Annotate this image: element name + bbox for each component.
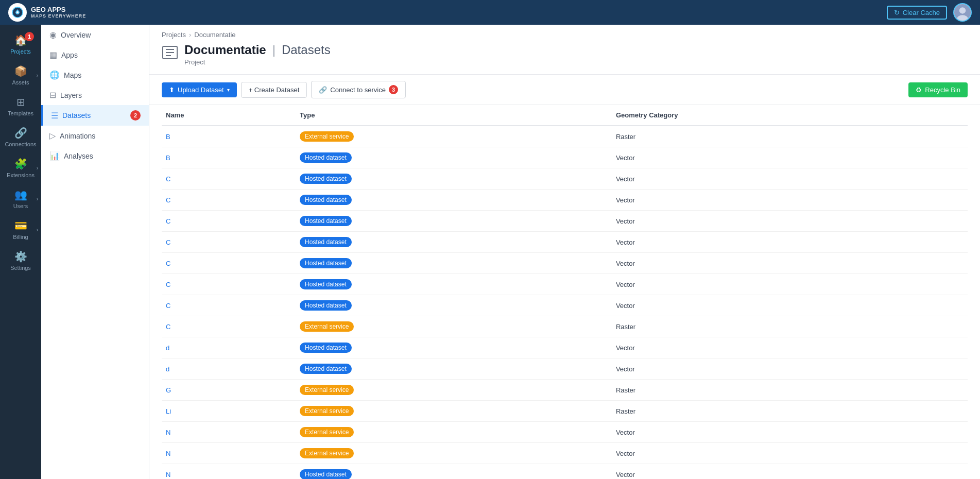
- row-name[interactable]: C: [162, 190, 296, 211]
- nav-item-label: Animations: [60, 132, 95, 140]
- clear-cache-button[interactable]: ↻ Clear Cache: [887, 6, 947, 20]
- chevron-right-icon: ›: [37, 196, 38, 202]
- breadcrumb-projects[interactable]: Projects: [162, 31, 186, 39]
- avatar[interactable]: [953, 3, 972, 22]
- sidebar-item-extensions[interactable]: 🧩 Extensions ›: [0, 152, 41, 183]
- sidebar-item-label: Connections: [5, 141, 36, 147]
- row-name[interactable]: Li: [162, 401, 296, 422]
- sidebar-item-connections[interactable]: 🔗 Connections: [0, 122, 41, 152]
- row-name[interactable]: B: [162, 126, 296, 147]
- row-name[interactable]: G: [162, 380, 296, 401]
- table-row: LiExternal serviceRaster: [162, 401, 968, 422]
- row-name[interactable]: C: [162, 316, 296, 337]
- chevron-right-icon: ›: [37, 227, 38, 233]
- row-name[interactable]: B: [162, 147, 296, 168]
- nav-item-maps[interactable]: 🌐 Maps: [41, 65, 149, 85]
- refresh-icon: ↻: [894, 9, 900, 16]
- type-badge: External service: [300, 448, 354, 458]
- table-row: dHosted datasetVector: [162, 337, 968, 358]
- col-geometry: Geometry Category: [612, 105, 968, 126]
- sidebar-item-users[interactable]: 👥 Users ›: [0, 183, 41, 214]
- upload-dataset-button[interactable]: ⬆ Upload Dataset ▾: [162, 82, 237, 97]
- billing-icon: 💳: [14, 219, 27, 232]
- type-badge: Hosted dataset: [300, 237, 352, 247]
- row-name[interactable]: C: [162, 232, 296, 253]
- row-geometry: Vector: [612, 190, 968, 211]
- row-name[interactable]: d: [162, 358, 296, 380]
- row-type: Hosted dataset: [296, 464, 612, 480]
- breadcrumb-separator: ›: [189, 31, 191, 39]
- create-dataset-button[interactable]: + Create Dataset: [241, 82, 307, 98]
- row-geometry: Vector: [612, 443, 968, 464]
- row-name[interactable]: d: [162, 337, 296, 358]
- users-icon: 👥: [14, 189, 27, 201]
- sidebar-item-billing[interactable]: 💳 Billing ›: [0, 214, 41, 245]
- nav-item-apps[interactable]: ▦ Apps: [41, 45, 149, 65]
- nav-item-datasets[interactable]: ☰ Datasets 2: [41, 105, 149, 126]
- row-type: Hosted dataset: [296, 190, 612, 211]
- row-name[interactable]: N: [162, 464, 296, 480]
- table-row: dHosted datasetVector: [162, 358, 968, 380]
- sidebar-item-projects[interactable]: 🏠 Projects 1: [0, 29, 41, 60]
- row-type: External service: [296, 422, 612, 443]
- table-row: CHosted datasetVector: [162, 232, 968, 253]
- type-badge: External service: [300, 427, 354, 437]
- row-type: External service: [296, 316, 612, 337]
- row-geometry: Vector: [612, 211, 968, 232]
- project-sub-label: Project: [184, 58, 331, 66]
- row-geometry: Raster: [612, 401, 968, 422]
- type-badge: External service: [300, 131, 354, 142]
- row-type: Hosted dataset: [296, 337, 612, 358]
- nav-item-label: Maps: [64, 71, 81, 79]
- dropdown-arrow-icon: ▾: [227, 87, 230, 93]
- row-name[interactable]: C: [162, 295, 296, 316]
- row-name[interactable]: N: [162, 422, 296, 443]
- row-name[interactable]: C: [162, 211, 296, 232]
- sidebar-item-templates[interactable]: ⊞ Templates: [0, 91, 41, 122]
- row-type: External service: [296, 380, 612, 401]
- type-badge: Hosted dataset: [300, 364, 352, 374]
- chevron-right-icon: ›: [37, 73, 38, 78]
- nav-item-analyses[interactable]: 📊 Analyses: [41, 146, 149, 166]
- row-type: Hosted dataset: [296, 253, 612, 274]
- nav-item-animations[interactable]: ▷ Animations: [41, 126, 149, 146]
- recycle-bin-button[interactable]: ♻ Recycle Bin: [908, 82, 968, 97]
- sidebar-item-assets[interactable]: 📦 Assets ›: [0, 60, 41, 91]
- table-row: CHosted datasetVector: [162, 211, 968, 232]
- row-type: External service: [296, 443, 612, 464]
- toolbar: ⬆ Upload Dataset ▾ + Create Dataset 🔗 Co…: [149, 75, 980, 105]
- overview-icon: ◉: [49, 30, 57, 40]
- sidebar-item-label: Templates: [8, 110, 33, 116]
- connect-service-button[interactable]: 🔗 Connect to service 3: [311, 81, 406, 98]
- type-badge: Hosted dataset: [300, 258, 352, 268]
- type-badge: Hosted dataset: [300, 174, 352, 184]
- row-geometry: Vector: [612, 358, 968, 380]
- svg-point-3: [959, 7, 966, 13]
- page-header: Documentatie | Datasets Project: [149, 39, 980, 75]
- row-type: Hosted dataset: [296, 358, 612, 380]
- projects-badge: 1: [25, 32, 34, 41]
- table-row: GExternal serviceRaster: [162, 380, 968, 401]
- row-name[interactable]: C: [162, 168, 296, 190]
- logo-icon: [8, 3, 27, 22]
- maps-icon: 🌐: [49, 70, 60, 80]
- nav-item-label: Analyses: [64, 152, 93, 160]
- row-geometry: Raster: [612, 316, 968, 337]
- apps-icon: ▦: [49, 50, 57, 60]
- type-badge: External service: [300, 406, 354, 416]
- row-name[interactable]: N: [162, 443, 296, 464]
- row-geometry: Vector: [612, 422, 968, 443]
- row-type: Hosted dataset: [296, 147, 612, 168]
- row-name[interactable]: C: [162, 253, 296, 274]
- nav-item-overview[interactable]: ◉ Overview: [41, 25, 149, 45]
- row-type: Hosted dataset: [296, 295, 612, 316]
- sidebar-item-settings[interactable]: ⚙️ Settings: [0, 245, 41, 276]
- nav-item-layers[interactable]: ⊟ Layers: [41, 85, 149, 105]
- page-titles: Documentatie | Datasets: [184, 43, 331, 57]
- type-badge: External service: [300, 321, 354, 332]
- type-badge: Hosted dataset: [300, 469, 352, 479]
- logo-text: GEO APPS MAPS EVERYWHERE: [31, 6, 86, 19]
- row-name[interactable]: C: [162, 274, 296, 295]
- analyses-icon: 📊: [49, 151, 60, 161]
- main-wrapper: ◉ Overview ▦ Apps 🌐 Maps ⊟ Layers ☰ Data…: [41, 25, 980, 479]
